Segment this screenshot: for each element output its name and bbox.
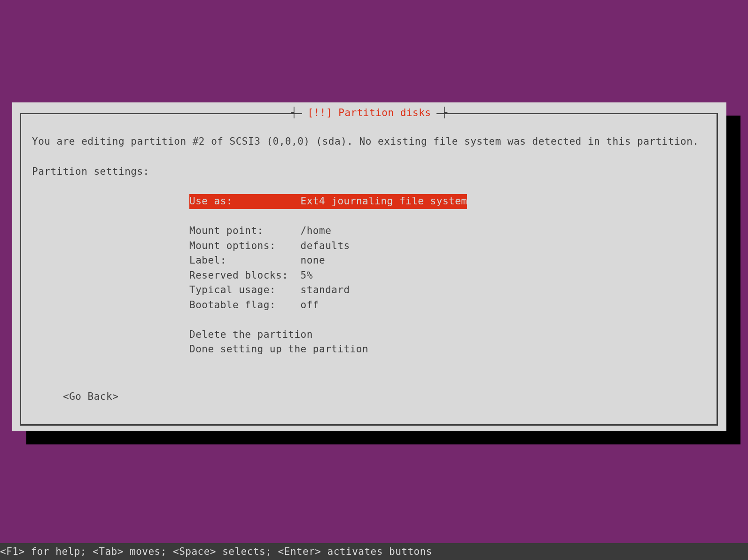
setting-label[interactable]: Label: none [189,253,708,268]
action-delete-partition[interactable]: Delete the partition [189,327,708,342]
setting-mount-point[interactable]: Mount point: /home [189,224,708,239]
action-done-partition[interactable]: Done setting up the partition [189,342,708,357]
partition-dialog: ┤[!!] Partition disks├ You are editing p… [12,102,726,431]
title-bracket-left: ┤ [286,107,302,118]
dialog-title: [!!] Partition disks [302,107,437,118]
setting-typical-usage[interactable]: Typical usage: standard [189,283,708,298]
dialog-description: You are editing partition #2 of SCSI3 (0… [32,134,708,149]
dialog-box: ┤[!!] Partition disks├ You are editing p… [12,102,726,431]
title-bracket-right: ├ [436,107,452,118]
help-footer: <F1> for help; <Tab> moves; <Space> sele… [0,543,748,560]
dialog-subtitle: Partition settings: [32,164,708,179]
setting-reserved-blocks[interactable]: Reserved blocks: 5% [189,268,708,283]
dialog-content: You are editing partition #2 of SCSI3 (0… [32,134,708,357]
setting-use-as[interactable]: Use as: Ext4 journaling file system [189,194,708,209]
settings-block: Use as: Ext4 journaling file system Moun… [189,194,708,357]
go-back-button[interactable]: <Go Back> [63,391,118,402]
dialog-title-wrap: ┤[!!] Partition disks├ [12,107,726,118]
setting-bootable-flag[interactable]: Bootable flag: off [189,298,708,313]
setting-mount-options[interactable]: Mount options: defaults [189,239,708,254]
